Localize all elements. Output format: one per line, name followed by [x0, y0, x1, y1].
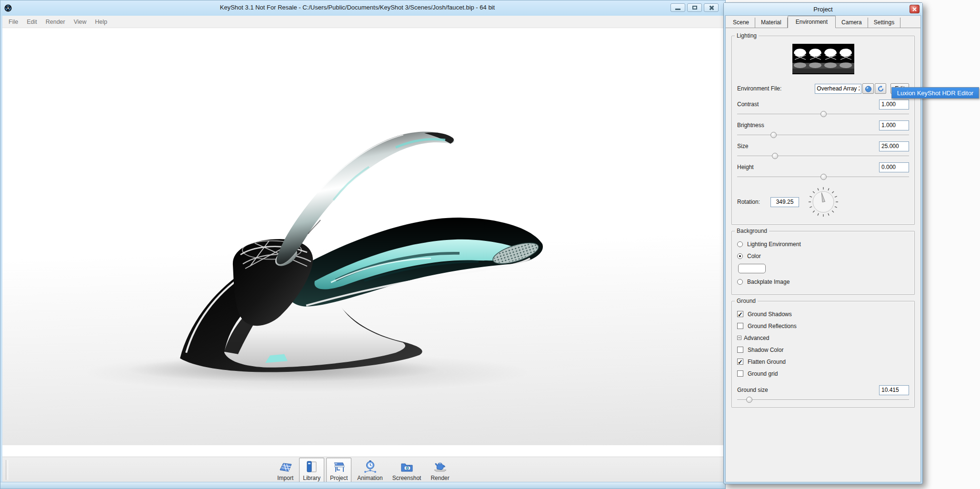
- toolbar-label: Screenshot: [392, 475, 421, 481]
- lighting-group-label: Lighting: [735, 32, 759, 39]
- menu-edit[interactable]: Edit: [22, 17, 41, 27]
- rotation-value-input[interactable]: [770, 197, 799, 207]
- minimize-icon: [675, 9, 680, 10]
- toolbar-label: Project: [330, 475, 348, 481]
- close-button[interactable]: [704, 3, 719, 12]
- height-slider-handle[interactable]: [820, 174, 827, 180]
- ground-grid-checkbox[interactable]: Ground grid: [737, 368, 909, 379]
- checkbox-icon[interactable]: [737, 370, 743, 377]
- radio-label: Lighting Environment: [747, 241, 801, 248]
- height-value-input[interactable]: [879, 162, 909, 172]
- keyshot-main-window: KeyShot 3.1 Not For Resale - C:/Users/Pu…: [0, 0, 726, 489]
- toolbar-grip[interactable]: [6, 460, 8, 480]
- radio-icon[interactable]: [737, 279, 743, 285]
- background-backplate-image-option[interactable]: Backplate Image: [737, 276, 909, 288]
- render-icon: [433, 459, 448, 474]
- menu-view[interactable]: View: [70, 17, 91, 27]
- menu-help[interactable]: Help: [91, 17, 112, 27]
- ground-size-row: Ground size: [737, 385, 909, 400]
- tab-settings[interactable]: Settings: [868, 18, 900, 28]
- menubar: File Edit Render View Help: [2, 16, 724, 28]
- contrast-row: Contrast: [737, 99, 909, 115]
- tab-environment[interactable]: Environment: [788, 16, 836, 28]
- tab-label: Camera: [841, 19, 862, 26]
- toolbar-render-button[interactable]: Render: [427, 458, 453, 483]
- environment-hdr-preview: [792, 44, 854, 74]
- project-panel-close-button[interactable]: [910, 5, 920, 13]
- background-group-label: Background: [735, 228, 769, 234]
- ground-size-slider-track[interactable]: [737, 399, 909, 400]
- project-panel-title: Project: [813, 6, 832, 13]
- environment-browse-button[interactable]: [862, 83, 874, 94]
- contrast-slider-track[interactable]: [737, 114, 909, 115]
- toolbar-label: Render: [430, 475, 449, 481]
- tab-label: Scene: [733, 19, 749, 26]
- animation-icon: [363, 459, 378, 474]
- background-color-option[interactable]: Color: [737, 250, 909, 262]
- toolbar-library-button[interactable]: Library: [299, 458, 324, 483]
- project-icon: [331, 459, 346, 474]
- radio-icon[interactable]: [737, 253, 743, 259]
- menu-render[interactable]: Render: [41, 17, 70, 27]
- ground-reflections-checkbox[interactable]: Ground Reflections: [737, 320, 909, 332]
- brightness-slider-handle[interactable]: [770, 132, 777, 138]
- background-group: Background Lighting Environment Color Ba…: [731, 231, 915, 295]
- ground-size-slider-handle[interactable]: [746, 397, 752, 403]
- project-tabs: Scene Material Environment Camera Settin…: [726, 16, 920, 28]
- brightness-value-input[interactable]: [879, 120, 909, 130]
- checkbox-icon[interactable]: [737, 323, 743, 329]
- ground-shadows-checkbox[interactable]: Ground Shadows: [737, 308, 909, 320]
- collapse-minus-icon[interactable]: [737, 336, 741, 340]
- ground-size-label: Ground size: [737, 387, 768, 393]
- contrast-slider-handle[interactable]: [820, 111, 827, 117]
- background-lighting-environment-option[interactable]: Lighting Environment: [737, 238, 909, 250]
- background-color-swatch[interactable]: [738, 264, 766, 273]
- tab-scene[interactable]: Scene: [727, 18, 755, 28]
- contrast-label: Contrast: [737, 101, 759, 108]
- library-icon: [304, 459, 319, 474]
- checkbox-icon[interactable]: [737, 311, 743, 317]
- toolbar-import-button[interactable]: Import: [273, 458, 297, 483]
- toolbar-label: Library: [303, 475, 320, 481]
- height-slider-track[interactable]: [737, 177, 909, 178]
- checkbox-icon[interactable]: [737, 347, 743, 353]
- size-slider-handle[interactable]: [772, 153, 778, 159]
- radio-icon[interactable]: [737, 241, 743, 247]
- window-title: KeyShot 3.1 Not For Resale - C:/Users/Pu…: [220, 4, 495, 11]
- import-icon: [278, 459, 293, 474]
- advanced-expander[interactable]: Advanced: [737, 332, 909, 344]
- environment-refresh-button[interactable]: [875, 83, 886, 94]
- size-slider-track[interactable]: [737, 156, 909, 157]
- restore-icon: [692, 6, 697, 10]
- toolbar-screenshot-button[interactable]: Screenshot: [389, 458, 425, 483]
- size-label: Size: [737, 143, 748, 150]
- rotation-dial[interactable]: [808, 186, 839, 218]
- main-titlebar[interactable]: KeyShot 3.1 Not For Resale - C:/Users/Pu…: [0, 0, 725, 16]
- checkbox-label: Flatten Ground: [748, 359, 786, 365]
- environment-file-label: Environment File:: [737, 85, 815, 92]
- minimize-button[interactable]: [670, 3, 685, 12]
- toolbar-animation-button[interactable]: Animation: [353, 458, 386, 483]
- menu-file[interactable]: File: [4, 17, 22, 27]
- tab-camera[interactable]: Camera: [836, 18, 868, 28]
- size-value-input[interactable]: [879, 141, 909, 151]
- environment-file-input[interactable]: [815, 84, 861, 94]
- refresh-icon: [877, 85, 884, 92]
- realtime-viewport[interactable]: [2, 28, 724, 445]
- tab-label: Material: [761, 19, 781, 26]
- brightness-slider-track[interactable]: [737, 135, 909, 136]
- checkbox-icon[interactable]: [737, 359, 743, 365]
- toolbar-project-button[interactable]: Project: [326, 458, 351, 483]
- radio-label: Backplate Image: [747, 279, 790, 285]
- contrast-value-input[interactable]: [879, 100, 909, 110]
- project-panel-titlebar[interactable]: Project: [724, 3, 922, 15]
- restore-button[interactable]: [687, 3, 702, 12]
- tab-material[interactable]: Material: [755, 18, 788, 28]
- hdr-editor-tooltip: Luxion KeyShot HDR Editor: [891, 87, 979, 99]
- height-row: Height: [737, 162, 909, 178]
- flatten-ground-checkbox[interactable]: Flatten Ground: [737, 356, 909, 368]
- close-icon: [912, 7, 917, 11]
- shadow-color-checkbox[interactable]: Shadow Color: [737, 344, 909, 356]
- ground-size-value-input[interactable]: [879, 385, 909, 395]
- height-label: Height: [737, 164, 754, 170]
